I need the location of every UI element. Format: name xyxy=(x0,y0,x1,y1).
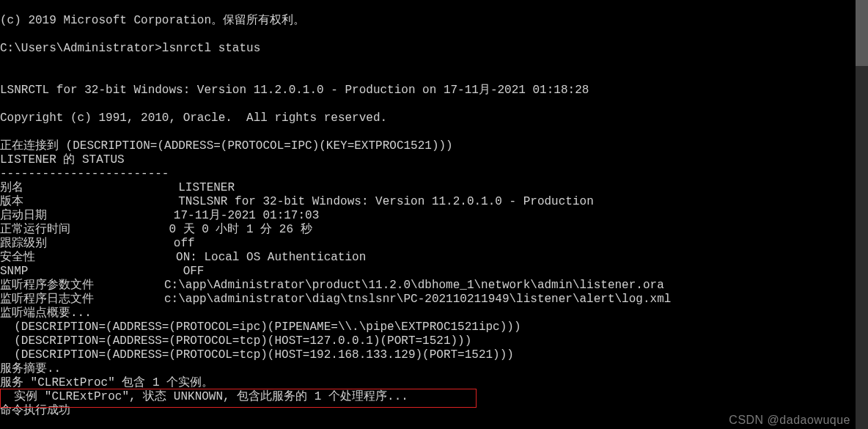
instance-line: 实例 "CLRExtProc", 状态 UNKNOWN, 包含此服务的 1 个处… xyxy=(0,390,408,403)
lsnrctl-header: LSNRCTL for 32-bit Windows: Version 11.2… xyxy=(0,84,589,97)
endpoint-2: (DESCRIPTION=(ADDRESS=(PROTOCOL=tcp)(HOS… xyxy=(0,334,471,348)
vertical-scrollbar[interactable] xyxy=(856,0,868,429)
divider-line: ------------------------ xyxy=(0,167,169,180)
row-security: 安全性 ON: Local OS Authentication xyxy=(0,251,366,264)
row-start-date: 启动日期 17-11月-2021 01:17:03 xyxy=(0,209,319,222)
scrollbar-thumb[interactable] xyxy=(856,0,868,66)
command-ok: 命令执行成功 xyxy=(0,404,70,417)
endpoint-1: (DESCRIPTION=(ADDRESS=(PROTOCOL=ipc)(PIP… xyxy=(0,320,521,334)
row-log-file: 监听程序日志文件 c:\app\administrator\diag\tnsls… xyxy=(0,293,671,306)
row-snmp: SNMP OFF xyxy=(0,265,204,278)
endpoint-3: (DESCRIPTION=(ADDRESS=(PROTOCOL=tcp)(HOS… xyxy=(0,348,514,362)
connecting-line: 正在连接到 (DESCRIPTION=(ADDRESS=(PROTOCOL=IP… xyxy=(0,139,453,153)
row-trace: 跟踪级别 off xyxy=(0,237,195,250)
oracle-copyright: Copyright (c) 1991, 2010, Oracle. All ri… xyxy=(0,111,387,125)
row-param-file: 监听程序参数文件 C:\app\Administrator\product\11… xyxy=(0,279,664,292)
ms-copyright-line: (c) 2019 Microsoft Corporation。保留所有权利。 xyxy=(0,14,305,27)
row-version: 版本 TNSLSNR for 32-bit Windows: Version 1… xyxy=(0,195,594,208)
prompt-line-1: C:\Users\Administrator>lsnrctl status xyxy=(0,42,260,55)
terminal-output[interactable]: (c) 2019 Microsoft Corporation。保留所有权利。 C… xyxy=(0,0,868,429)
endpoints-header: 监听端点概要... xyxy=(0,307,92,320)
status-header: LISTENER 的 STATUS xyxy=(0,153,125,166)
service-summary-header: 服务摘要.. xyxy=(0,362,61,375)
service-line: 服务 "CLRExtProc" 包含 1 个实例。 xyxy=(0,376,213,389)
row-alias: 别名 LISTENER xyxy=(0,181,235,194)
row-uptime: 正常运行时间 0 天 0 小时 1 分 26 秒 xyxy=(0,223,312,236)
